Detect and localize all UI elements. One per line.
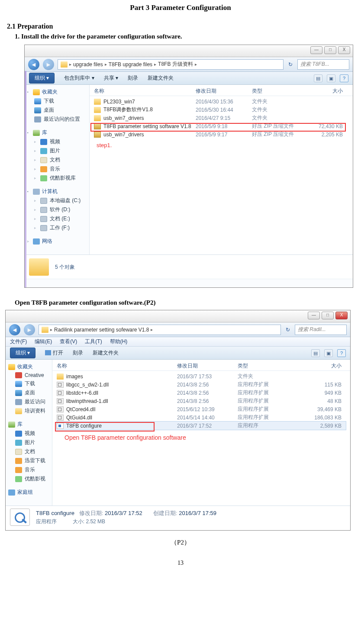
breadcrumb[interactable]: ▸ Radilink parameter setting sofeware V1… <box>39 325 281 335</box>
nav-back-button[interactable]: ◄ <box>28 59 39 70</box>
open-button[interactable]: 打开 <box>45 349 63 357</box>
share-button[interactable]: 共享 ▾ <box>104 74 118 82</box>
application-icon <box>10 509 30 526</box>
menu-tools[interactable]: 工具(T) <box>85 338 102 345</box>
file-row[interactable]: T8FB调参数软件V1.82016/5/30 16:44文件夹 <box>94 106 348 114</box>
sidebar-item[interactable]: 下载 <box>25 97 89 106</box>
sidebar-item[interactable]: 文档 <box>6 447 52 456</box>
preview-button[interactable]: ▣ <box>327 74 335 82</box>
breadcrumb[interactable]: ▸ upgrade files▸ T8FB upgrade files▸ T8F… <box>58 59 284 70</box>
file-row[interactable]: libstdc++-6.dll2014/3/8 2:56应用程序扩展949 KB <box>57 389 346 397</box>
view-button[interactable]: ▤ <box>311 349 320 357</box>
preview-button[interactable]: ▣ <box>324 349 333 357</box>
view-button[interactable]: ▤ <box>314 74 322 82</box>
sidebar-item[interactable]: 桌面 <box>25 106 89 115</box>
newfolder-button[interactable]: 新建文件夹 <box>93 349 119 357</box>
dll-icon <box>57 390 64 396</box>
col-size[interactable]: 大小 <box>303 362 346 370</box>
newfolder-button[interactable]: 新建文件夹 <box>148 74 174 82</box>
computer-header[interactable]: ▪计算机 <box>25 187 89 196</box>
breadcrumb-item[interactable]: upgrade files <box>73 61 103 68</box>
maximize-button[interactable]: □ <box>324 46 336 54</box>
sidebar-item[interactable]: 图片 <box>6 438 52 447</box>
organize-button[interactable]: 组织 ▾ <box>10 348 35 358</box>
sidebar-item[interactable]: 下载 <box>6 379 52 388</box>
search-input[interactable]: 搜索 T8FB... <box>297 59 349 70</box>
col-date[interactable]: 修改日期 <box>196 87 252 95</box>
sidebar-item[interactable]: ▹音乐 <box>25 164 89 174</box>
libraries-header[interactable]: 库 <box>6 420 52 429</box>
caption-open-software: Open T8FB parameter configuration softwa… <box>15 299 354 306</box>
sidebar-item[interactable]: 优酷影视 <box>6 474 52 483</box>
col-type[interactable]: 类型 <box>252 87 308 95</box>
include-button[interactable]: 包含到库中 ▾ <box>64 74 94 82</box>
favorites-header[interactable]: 收藏夹 <box>6 362 52 371</box>
col-date[interactable]: 修改日期 <box>177 362 238 370</box>
sidebar-item[interactable]: ▹视频 <box>25 137 89 146</box>
sidebar-item[interactable]: ▹文档 <box>25 155 89 164</box>
column-headers[interactable]: 名称 修改日期 类型 大小 <box>52 360 350 371</box>
column-headers[interactable]: 名称 修改日期 类型 大小 <box>90 85 353 96</box>
sidebar-item[interactable]: 视频 <box>6 429 52 438</box>
network-header[interactable]: ▹网络 <box>25 237 89 246</box>
sidebar-item[interactable]: ▹工作 (F:) <box>25 223 89 232</box>
sidebar-item[interactable]: 最近访问的位置 <box>25 115 89 124</box>
file-row[interactable]: PL2303_win72016/4/30 15:36文件夹 <box>94 97 348 106</box>
menu-edit[interactable]: 编辑(E) <box>35 338 52 345</box>
organize-button[interactable]: 组织 ▾ <box>29 73 55 84</box>
minimize-button[interactable]: — <box>308 312 320 319</box>
help-button[interactable]: ? <box>340 74 348 82</box>
nav-forward-button[interactable]: ► <box>24 324 35 335</box>
menu-help[interactable]: 帮助(H) <box>110 338 128 345</box>
sidebar-item[interactable]: 培训资料 <box>6 406 52 415</box>
dll-icon <box>57 382 64 388</box>
col-name[interactable]: 名称 <box>57 362 177 370</box>
file-row[interactable]: images2016/3/7 17:53文件夹 <box>57 372 346 380</box>
sidebar-item[interactable]: 桌面 <box>6 388 52 397</box>
close-button[interactable]: X <box>335 312 348 319</box>
sidebar-item[interactable]: Creative <box>6 371 52 379</box>
menu-file[interactable]: 文件(F) <box>10 338 27 345</box>
libraries-header[interactable]: ▪库 <box>25 128 89 137</box>
dll-icon <box>57 415 64 421</box>
explorer-window-2: — □ X ◄ ► ▸ Radilink parameter setting s… <box>5 310 351 531</box>
sidebar-item[interactable]: ▹文档 (E:) <box>25 214 89 223</box>
explorer-window-1: — □ X ◄ ► ▸ upgrade files▸ T8FB upgrade … <box>24 45 353 288</box>
file-row[interactable]: QtCored4.dll2015/6/12 10:39应用程序扩展39,469 … <box>57 405 346 413</box>
breadcrumb-item[interactable]: T8FB 升级资料 <box>158 61 193 68</box>
nav-forward-button[interactable]: ► <box>43 59 54 70</box>
file-row[interactable]: libgcc_s_dw2-1.dll2014/3/8 2:56应用程序扩展115… <box>57 380 346 389</box>
sidebar-item[interactable]: 音乐 <box>6 465 52 474</box>
homegroup-header[interactable]: 家庭组 <box>6 488 52 497</box>
file-row[interactable]: QtGuid4.dll2014/5/14 14:40应用程序扩展186,083 … <box>57 413 346 422</box>
sidebar-item[interactable]: ▹软件 (D:) <box>25 205 89 214</box>
close-button[interactable]: X <box>338 46 350 54</box>
folder-icon <box>57 374 64 380</box>
sidebar-item[interactable]: ▹优酷影视库 <box>25 174 89 183</box>
search-input[interactable]: 搜索 Radil... <box>295 325 347 335</box>
refresh-icon[interactable]: ↻ <box>284 327 291 333</box>
file-row[interactable]: libwinpthread-1.dll2014/3/8 2:56应用程序扩展48… <box>57 397 346 405</box>
sidebar-item[interactable]: 最近访问 <box>6 397 52 406</box>
burn-button[interactable]: 刻录 <box>128 74 138 82</box>
sidebar: 收藏夹 Creative 下载 桌面 最近访问 培训资料 库 视频 图片 文档 … <box>6 360 52 506</box>
menu-view[interactable]: 查看(V) <box>60 338 77 345</box>
breadcrumb-item[interactable]: T8FB upgrade files <box>109 61 152 68</box>
col-name[interactable]: 名称 <box>94 87 196 95</box>
sidebar-item[interactable]: ▹本地磁盘 (C:) <box>25 196 89 205</box>
details-type: 应用程序 <box>36 518 57 525</box>
minimize-button[interactable]: — <box>310 46 322 54</box>
maximize-button[interactable]: □ <box>322 312 334 319</box>
sidebar-item[interactable]: ▹图片 <box>25 146 89 155</box>
breadcrumb-item[interactable]: Radilink parameter setting sofeware V1.8 <box>54 327 149 333</box>
burn-button[interactable]: 刻录 <box>73 349 83 357</box>
favorites-header[interactable]: ▪收藏夹 <box>25 87 89 97</box>
annotation-open-software: Open T8FB parameter configuration softwa… <box>52 431 350 441</box>
help-button[interactable]: ? <box>337 349 346 357</box>
refresh-icon[interactable]: ↻ <box>287 61 294 68</box>
file-row[interactable]: usb_win7_drivers2016/4/27 9:15文件夹 <box>94 114 348 122</box>
col-type[interactable]: 类型 <box>238 362 303 370</box>
col-size[interactable]: 大小 <box>308 87 347 95</box>
nav-back-button[interactable]: ◄ <box>9 324 20 335</box>
sidebar-item[interactable]: 迅雷下载 <box>6 456 52 465</box>
